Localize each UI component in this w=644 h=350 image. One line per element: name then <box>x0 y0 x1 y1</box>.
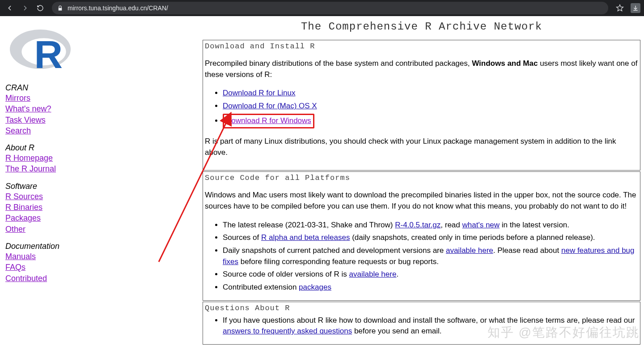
faq-item: If you have questions about R like how t… <box>223 315 638 337</box>
browser-toolbar: mirrors.tuna.tsinghua.edu.cn/CRAN/ <box>0 0 644 16</box>
sidebar-group-cran: CRAN <box>5 83 201 93</box>
svg-text:R: R <box>34 32 63 76</box>
address-bar[interactable]: mirrors.tuna.tsinghua.edu.cn/CRAN/ <box>52 2 608 14</box>
faq-link[interactable]: answers to frequently asked questions <box>223 327 352 335</box>
sidebar-link-search[interactable]: Search <box>5 126 31 135</box>
page-title: The Comprehensive R Archive Network <box>203 21 640 33</box>
sidebar-link-mirrors[interactable]: Mirrors <box>5 94 30 102</box>
download-windows-item: Download R for Windows <box>223 114 638 129</box>
box1-intro: Precompiled binary distributions of the … <box>205 58 638 80</box>
sidebar-link-whats-new[interactable]: What's new? <box>5 104 51 113</box>
sidebar-link-contributed[interactable]: Contributed <box>5 274 47 283</box>
older-versions-link[interactable]: available here <box>349 270 397 278</box>
r-logo: R <box>5 21 201 81</box>
box3-title: Questions About R <box>205 304 638 312</box>
box1-after: R is part of many Linux distributions, y… <box>205 136 638 158</box>
latest-release-item: The latest release (2021-03-31, Shake an… <box>223 220 638 231</box>
download-icon <box>632 5 639 11</box>
older-versions-item: Source code of older versions of R is av… <box>223 269 638 280</box>
forward-button[interactable] <box>19 2 31 14</box>
questions-box: Questions About R If you have questions … <box>203 302 640 345</box>
snapshots-link[interactable]: available here <box>446 246 493 255</box>
sidebar-link-manuals[interactable]: Manuals <box>5 252 36 261</box>
star-icon <box>616 4 624 12</box>
sidebar-link-faqs[interactable]: FAQs <box>5 263 25 272</box>
packages-link[interactable]: packages <box>299 283 331 291</box>
back-button[interactable] <box>4 2 16 14</box>
bookmark-button[interactable] <box>614 4 626 12</box>
reload-button[interactable] <box>34 2 47 14</box>
sidebar-link-sources[interactable]: R Sources <box>5 192 43 201</box>
whats-new-link[interactable]: what's new <box>462 221 500 229</box>
download-mac-link[interactable]: Download R for (Mac) OS X <box>223 102 317 110</box>
downloads-button[interactable] <box>631 3 640 13</box>
download-install-box: Download and Install R Precompiled binar… <box>203 40 640 171</box>
alpha-beta-link[interactable]: R alpha and beta releases <box>261 233 350 242</box>
sidebar-group-about: About R <box>5 143 201 153</box>
sidebar-link-binaries[interactable]: R Binaries <box>5 203 42 212</box>
box1-title: Download and Install R <box>205 42 638 51</box>
main-content: The Comprehensive R Archive Network Down… <box>203 19 640 346</box>
sidebar-group-software: Software <box>5 182 201 191</box>
box2-intro: Windows and Mac users most likely want t… <box>205 190 638 212</box>
download-windows-link[interactable]: Download R for Windows <box>226 116 311 125</box>
sidebar-link-packages[interactable]: Packages <box>5 213 41 222</box>
source-code-box: Source Code for all Platforms Windows an… <box>203 171 640 300</box>
sidebar-link-task-views[interactable]: Task Views <box>5 115 46 124</box>
snapshots-item: Daily snapshots of current patched and d… <box>223 245 638 267</box>
sidebar-group-docs: Documentation <box>5 242 201 251</box>
tar-link[interactable]: R-4.0.5.tar.gz <box>395 221 441 229</box>
alpha-beta-item: Sources of R alpha and beta releases (da… <box>223 232 638 243</box>
contrib-packages-item: Contributed extension packages <box>223 282 638 293</box>
sidebar-link-other[interactable]: Other <box>5 225 25 234</box>
download-mac-item: Download R for (Mac) OS X <box>223 101 638 112</box>
download-linux-item: Download R for Linux <box>223 88 638 99</box>
highlight-windows: Download R for Windows <box>223 114 314 129</box>
box2-title: Source Code for all Platforms <box>205 174 638 182</box>
url-text: mirrors.tuna.tsinghua.edu.cn/CRAN/ <box>68 4 168 12</box>
lock-icon <box>57 5 63 11</box>
sidebar: R CRAN Mirrors What's new? Task Views Se… <box>4 19 203 346</box>
sidebar-link-journal[interactable]: The R Journal <box>5 164 56 173</box>
sidebar-link-homepage[interactable]: R Homepage <box>5 154 53 162</box>
download-linux-link[interactable]: Download R for Linux <box>223 89 296 97</box>
